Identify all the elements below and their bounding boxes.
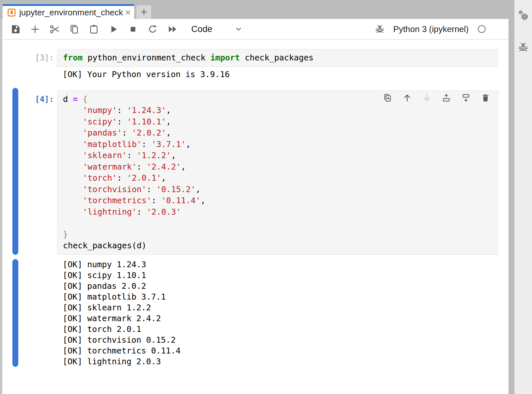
tab-notebook[interactable]: jupyter_environment_check <box>3 4 134 19</box>
code-editor-text: from python_environment_check import che… <box>63 52 493 64</box>
execution-prompt: [3]: <box>2 52 54 64</box>
right-panel-divider <box>509 0 514 394</box>
cut-icon <box>49 24 60 35</box>
insert-below-button[interactable] <box>461 93 470 103</box>
tab-title: jupyter_environment_check <box>19 8 124 18</box>
duplicate-cell-icon <box>383 93 392 103</box>
tab-bar: jupyter_environment_check <box>0 0 514 19</box>
code-line: 'torchvision': '0.15.2', <box>63 184 493 195</box>
settings-gears-icon <box>518 10 529 21</box>
paste-button[interactable] <box>87 22 100 37</box>
cell-gutter: [3]: <box>2 49 57 64</box>
stop-button[interactable] <box>126 22 139 37</box>
insert-below-icon <box>461 93 471 103</box>
execution-prompt: [4]: <box>2 94 54 105</box>
code-line <box>63 218 493 229</box>
output-line: [OK] watermark 2.4.2 <box>63 313 180 324</box>
insert-above-button[interactable] <box>442 93 451 103</box>
output-line: [OK] pandas 2.0.2 <box>63 281 180 291</box>
notebook-toolbar: Code Python 3 (ipykernel) <box>2 19 509 40</box>
code-line: 'numpy': '1.24.3', <box>63 105 493 116</box>
code-line: 'watermark': '2.4.2', <box>63 161 493 173</box>
code-cell-editor[interactable]: d = { 'numpy': '1.24.3', 'scipy': '1.10.… <box>57 90 498 255</box>
output-line: [OK] torch 2.0.1 <box>63 324 180 335</box>
add-cell-button[interactable] <box>28 22 41 37</box>
kernel-name-button[interactable]: Python 3 (ipykernel) <box>393 24 469 34</box>
output-line: [OK] torchvision 0.15.2 <box>63 335 180 345</box>
output-selection-bar[interactable] <box>12 259 18 367</box>
move-down-button <box>422 93 431 103</box>
output-line: [OK] matplotlib 3.7.1 <box>63 291 180 302</box>
output-line: [OK] sklearn 1.2.2 <box>63 302 180 313</box>
code-line: 'torch': '2.0.1', <box>63 172 493 184</box>
cell-outputs: [OK] numpy 1.24.3[OK] scipy 1.10.1[OK] p… <box>57 259 180 367</box>
duplicate-cell-button[interactable] <box>383 93 392 103</box>
add-cell-icon <box>30 24 40 35</box>
output-gutter <box>2 259 57 262</box>
notebook-area: [3]:from python_environment_check import… <box>2 40 509 394</box>
code-line: check_packages(d) <box>63 240 493 252</box>
copy-icon <box>69 24 80 35</box>
code-cell-editor[interactable]: from python_environment_check import che… <box>57 49 498 67</box>
save-button[interactable] <box>9 22 22 37</box>
cell-input-row: [4]:d = { 'numpy': '1.24.3', 'scipy': '1… <box>2 90 509 255</box>
settings-gears-button[interactable] <box>518 10 529 21</box>
cut-button[interactable] <box>48 22 61 37</box>
move-up-button[interactable] <box>402 93 412 103</box>
cell-gutter: [4]: <box>2 90 57 105</box>
code-line: 'matplotlib': '3.7.1', <box>63 139 493 150</box>
move-down-icon <box>422 93 431 103</box>
jupyterlab-window: jupyter_environment_check Code Python 3 … <box>0 0 532 394</box>
close-icon[interactable] <box>124 9 132 16</box>
bug-icon <box>518 42 529 53</box>
restart-button[interactable] <box>146 22 159 37</box>
code-line: 'scipy': '1.10.1', <box>63 116 493 128</box>
paste-icon <box>88 24 99 35</box>
cell-input-row: [3]:from python_environment_check import… <box>2 49 509 67</box>
run-button[interactable] <box>107 22 120 37</box>
stop-icon <box>128 24 138 35</box>
delete-cell-icon <box>481 93 490 103</box>
cell-type-value: Code <box>191 24 212 34</box>
notebook-icon <box>7 8 16 17</box>
code-editor-text: d = { 'numpy': '1.24.3', 'scipy': '1.10.… <box>63 94 493 252</box>
output-line: [OK] Your Python version is 3.9.16 <box>63 69 230 80</box>
plus-icon <box>140 8 148 16</box>
cell-output-row: [OK] numpy 1.24.3[OK] scipy 1.10.1[OK] p… <box>2 259 509 367</box>
code-line: from python_environment_check import che… <box>63 52 493 64</box>
restart-icon <box>147 24 158 35</box>
cell-type-dropdown[interactable]: Code <box>189 24 245 34</box>
debugger-button[interactable] <box>375 24 385 34</box>
new-tab-button[interactable] <box>136 5 151 19</box>
chevron-down-icon <box>234 25 243 33</box>
code-line: } <box>63 229 493 240</box>
toolbar-right-group: Python 3 (ipykernel) <box>375 24 509 34</box>
copy-button[interactable] <box>68 22 81 37</box>
move-up-icon <box>402 93 412 103</box>
bug-button[interactable] <box>518 42 529 53</box>
delete-cell-button[interactable] <box>481 93 490 103</box>
output-gutter <box>2 69 57 72</box>
cell-outputs: [OK] Your Python version is 3.9.16 <box>57 69 230 80</box>
output-line: [OK] scipy 1.10.1 <box>63 270 180 281</box>
fast-forward-icon <box>167 24 178 35</box>
run-icon <box>108 24 119 35</box>
right-sidebar <box>514 0 532 394</box>
insert-above-icon <box>442 93 451 103</box>
bug-icon <box>375 24 385 34</box>
output-line: [OK] torchmetrics 0.11.4 <box>63 345 180 356</box>
output-line: [OK] numpy 1.24.3 <box>63 259 180 270</box>
kernel-status-icon[interactable] <box>477 25 486 34</box>
code-line: 'torchmetrics': '0.11.4', <box>63 195 493 206</box>
toolbar-left-group <box>2 22 185 37</box>
save-icon <box>10 24 21 35</box>
output-line: [OK] lightning 2.0.3 <box>63 356 180 367</box>
fast-forward-button[interactable] <box>165 22 179 37</box>
cell-selection-bar[interactable] <box>12 88 18 255</box>
cell-output-row: [OK] Your Python version is 3.9.16 <box>2 69 509 80</box>
code-line: 'sklearn': '1.2.2', <box>63 150 493 161</box>
left-edge-strip <box>0 19 2 394</box>
code-line: 'pandas': '2.0.2', <box>63 127 493 139</box>
cell-toolbar <box>383 93 490 103</box>
code-line: 'lightning': '2.0.3' <box>63 206 493 218</box>
